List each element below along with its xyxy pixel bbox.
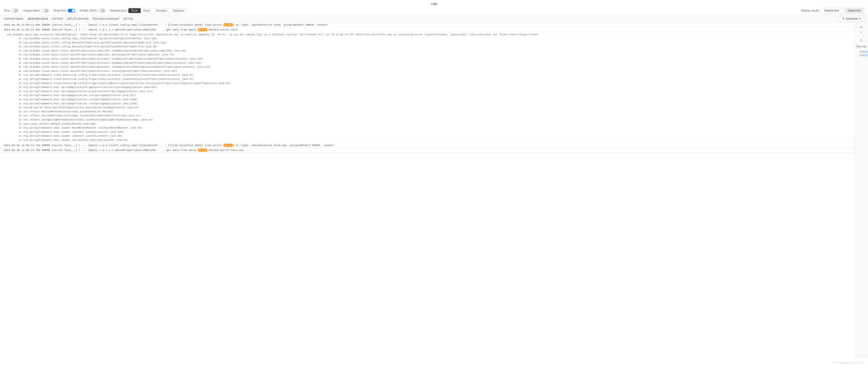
log-panel[interactable]: › 2023-06-30 11:56:14.694 ERROR [secret-… <box>0 23 854 359</box>
wrap-lines-toggle-group: Wrap lines <box>53 9 75 12</box>
dedup-none-btn[interactable]: None <box>128 8 141 13</box>
older-logs-btn[interactable]: Older logs <box>855 44 868 49</box>
info-bar: Common labels: secret-farm-prod Line lim… <box>0 15 868 23</box>
log-text: 2023-06-30 11:56:14.703 ERROR [secret-fa… <box>4 148 852 152</box>
ts-marker-2: 14:39:13 <box>860 54 863 57</box>
log-section: › 2023-06-30 11:56:14.694 ERROR [secret-… <box>0 23 854 28</box>
line-limit-label: Line limit: <box>52 17 63 20</box>
table-row[interactable]: › 2023-06-30 11:56:14.703 ERROR [secret-… <box>0 148 854 153</box>
unique-labels-toggle-group: Unique labels <box>23 9 49 12</box>
expand-icon[interactable]: › <box>1 28 2 32</box>
scroll-controls: ⌃ ⎘ <box>859 30 864 43</box>
toolbar: Time Unique labels Wrap lines Prettify J… <box>0 6 868 15</box>
line-limit-value: 300 (12 returned) <box>67 17 89 20</box>
deduplication-group: Deduplication None Exact Numbers Signatu… <box>110 8 187 13</box>
deduplication-label: Deduplication <box>110 9 127 12</box>
page-title: Logs <box>0 0 868 6</box>
time-toggle-group: Time <box>4 9 19 12</box>
wrap-lines-toggle[interactable] <box>68 9 75 12</box>
dedup-exact-btn[interactable]: Exact <box>141 8 153 13</box>
dedup-numbers-btn[interactable]: Numbers <box>153 8 170 13</box>
download-icon: ⬇ <box>842 17 844 20</box>
sort-oldest-btn[interactable]: Oldest first <box>844 8 864 13</box>
expand-icon[interactable]: › <box>1 144 2 147</box>
ts-marker-1: 14:39:13 <box>860 51 863 53</box>
prettify-json-toggle[interactable] <box>98 9 105 12</box>
download-label: Download <box>846 17 858 20</box>
log-stacktrace: com.alibaba.nacos.api.exception.NacosExc… <box>0 32 854 143</box>
download-chevron-icon: ▾ <box>860 17 861 20</box>
table-row[interactable]: › 2023-06-30 11:56:14.703 ERROR [secret-… <box>0 143 854 148</box>
table-row[interactable]: › 2023-06-30 11:56:14.694 ERROR [secret-… <box>0 23 854 27</box>
older-logs-label: Older logs <box>856 45 867 48</box>
scroll-up-btn[interactable]: ▲ <box>859 24 864 30</box>
wrap-lines-label: Wrap lines <box>53 9 66 12</box>
log-text: 2023-06-30 11:56:14.703 ERROR [secret-fa… <box>4 143 852 147</box>
time-label: Time <box>4 9 10 12</box>
log-section-3: › 2023-06-30 11:56:14.703 ERROR [secret-… <box>0 143 854 148</box>
log-section-2: › 2023-06-30 11:56:14.697 ERROR [secret-… <box>0 28 854 143</box>
common-labels-value: secret-farm-prod <box>28 17 48 20</box>
download-btn[interactable]: ⬇ Download ▾ <box>839 16 864 22</box>
log-text: 2023-06-30 11:56:14.697 ERROR [secret-fa… <box>4 28 852 32</box>
content-area: › 2023-06-30 11:56:14.694 ERROR [secret-… <box>0 23 868 359</box>
dedup-signature-btn[interactable]: Signature <box>170 8 187 13</box>
time-toggle[interactable] <box>11 9 19 12</box>
up-chevron-icon[interactable]: ⌃ <box>859 30 864 36</box>
log-section-4: › 2023-06-30 11:56:14.703 ERROR [secret-… <box>0 148 854 153</box>
timestamp-bar: 14:39:13 14:39:13 <box>860 51 863 57</box>
table-row[interactable]: › 2023-06-30 11:56:14.697 ERROR [secret-… <box>0 28 854 32</box>
display-results-label: Display results <box>801 9 819 12</box>
dedup-buttons: None Exact Numbers Signature <box>128 8 188 13</box>
total-bytes-value: 43.5 kB <box>123 17 133 20</box>
prettify-json-label: Prettify JSON <box>80 9 97 12</box>
total-bytes-label: Total bytes processed: <box>92 17 120 20</box>
prettify-json-toggle-group: Prettify JSON <box>80 9 105 12</box>
log-text: 2023-06-30 11:56:14.694 ERROR [secret-fa… <box>4 23 852 27</box>
unique-labels-label: Unique labels <box>23 9 40 12</box>
expand-icon[interactable]: › <box>1 23 2 27</box>
sort-newest-btn[interactable]: Newest first <box>821 8 842 13</box>
copy-icon[interactable]: ⎘ <box>860 37 863 43</box>
right-sidebar: ▲ ⌃ ⎘ Older logs 14:39:13 14:39:13 <box>854 23 868 359</box>
common-labels-label: Common labels: <box>4 17 24 20</box>
unique-labels-toggle[interactable] <box>41 9 49 12</box>
